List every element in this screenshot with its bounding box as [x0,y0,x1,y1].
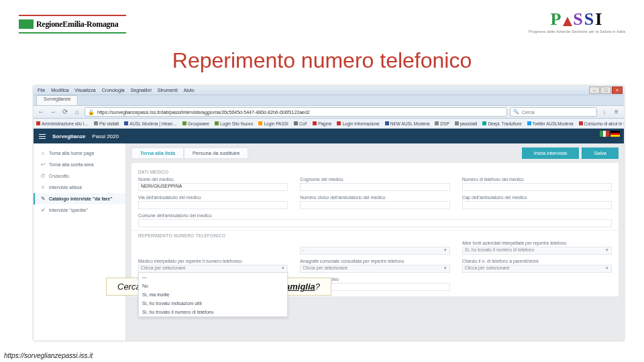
browser-toolbar: ← → ⟳ ⌂ 🔒 https://sorveglianzepassi.iss.… [34,106,624,119]
passi-subtitle: Progressi delle Aziende Sanitarie per la… [529,29,625,34]
menu-history[interactable]: Cronologia [102,88,125,93]
address-bar[interactable]: 🔒 https://sorveglianzepassi.iss.it/dati/… [85,107,507,117]
menu-edit[interactable]: Modifica [51,88,68,93]
flag-it-icon[interactable] [600,131,609,137]
bookmark-item[interactable]: Pagine [318,121,331,126]
browser-menubar: File Modifica Visualizza Cronologia Segn… [34,86,624,95]
sidebar-item-spedite[interactable]: ✔ Interviste "spedite" [34,204,125,216]
menu-tools[interactable]: Strumenti [158,88,178,93]
bookmark-item[interactable]: Consumo di alcol in It… [584,121,624,126]
anagrafe-select-dash[interactable]: - [300,247,449,255]
close-button[interactable]: × [612,86,623,94]
menu-view[interactable]: Visualizza [74,88,95,93]
bookmark-item[interactable]: Login Informazione [342,121,379,126]
option-si-utili[interactable]: Sì, ho trovato indicazioni utili [139,299,287,308]
downloads-icon[interactable]: ↓ [600,107,609,117]
footer-url: https://sorveglianzepassi.iss.it [4,352,93,359]
list-icon: ≡ [40,184,46,190]
dropdown-options: — No Sì, ma inutile Sì, ho trovato indic… [138,272,288,317]
bookmark-item[interactable]: DSP [440,121,449,126]
menu-help[interactable]: Aiuto [184,88,195,93]
section-heading-telefono: REPERIMENTO NUMERO TELEFONICO [138,233,612,238]
search-box[interactable]: 🔍 Cerca [510,107,597,117]
reload-icon[interactable]: ⟳ [60,107,70,117]
comune-input[interactable] [138,219,612,227]
substitute-button[interactable]: Persona da sostituire [184,147,248,159]
bookmark-item[interactable]: Twitter AUSLModena [533,121,574,126]
minimize-button[interactable]: – [589,86,600,94]
menu-bookmarks[interactable]: Segnalibri [131,88,152,93]
bookmark-item[interactable]: NEW AUSL Modena [390,121,430,126]
app-year: Passi 2020 [92,133,119,139]
sidebar-item-label: Torna alla home page [49,151,94,156]
slide-title: Reperimento numero telefonico [0,48,644,73]
check-icon: ✔ [40,207,46,213]
sidebar-item-label: Interviste "spedite" [49,208,88,213]
sidebar-item-label: Catalogo interviste "da fare" [49,196,113,201]
bookmark-item[interactable]: Amministrazione sito I… [42,121,89,126]
triangle-icon [563,17,572,26]
section-heading-medico: DATI MEDICO [138,170,612,174]
bookmark-item[interactable]: AUSL Modena | Intran… [129,121,176,126]
bookmark-icon [337,121,341,125]
bookmark-item[interactable]: Login PASSI [264,121,288,126]
sidebar-item-dafare[interactable]: ✎ Catalogo interviste "da fare" [34,193,125,204]
hamburger-icon[interactable] [39,133,46,140]
bookmark-icon [294,121,298,125]
bookmark-icon [313,121,317,125]
bookmark-item[interactable]: Login Sito Nuovo [220,121,254,126]
save-button[interactable]: Salva [582,147,619,159]
flag-de-icon[interactable] [610,131,620,137]
sidebar-item-home[interactable]: ⌂ Torna alla home page [34,147,125,159]
anagrafe-comunale-select[interactable]: Clicca per selezionare [300,265,449,273]
tel-medico-input[interactable] [462,183,612,191]
bookmark-icon [455,121,459,125]
bookmark-item[interactable]: Più visitati [99,121,119,126]
option-si-trovato[interactable]: Sì, ho trovato il numero di telefono [139,308,287,316]
bookmark-icon [435,121,439,125]
browser-tab[interactable]: Sorveglianze [36,95,78,105]
field-parenti: Chiesto il n. di telefono a parenti/vici… [462,259,612,273]
field-cognome-medico: Cognome del medico [300,177,449,191]
field-via: Via dell'ambulatorio del medico [138,195,288,209]
option-si-inutile[interactable]: Sì, ma inutile [139,290,287,299]
bookmark-item[interactable]: Groupware [188,121,209,126]
via-input[interactable] [138,201,288,209]
field-altre-fonti: Altre fonti aziendali interpellate per r… [462,241,612,255]
forward-icon[interactable]: → [48,107,58,117]
bookmark-icon [482,121,486,125]
bookmark-icon [124,121,128,125]
bookmark-item[interactable]: Deepl. Traduttore [488,121,521,126]
bookmark-item[interactable]: CoF [299,121,307,126]
passi-logo: PSSI Progressi delle Aziende Sanitarie p… [529,9,625,34]
sidebar-item-label: Torna alla scelta area [49,162,94,167]
back-to-list-button[interactable]: Torna alla lista [131,147,184,159]
bookmark-item[interactable]: passidati [460,121,478,126]
civico-input[interactable] [300,201,449,209]
sidebar-item-label: Interviste attese [49,185,82,190]
cap-input[interactable] [462,201,612,209]
field-nome-medico: Nome del medico NERI/GIUSEPPINA [138,177,288,191]
parenti-select[interactable]: Clicca per selezionare [462,265,612,273]
field-comune: Comune dell'ambulatorio del medico [138,213,612,227]
option-no[interactable]: No [139,282,287,290]
sidebar-item-cruscotto[interactable]: ⏱ Cruscotto [34,170,125,182]
altre-fonti-select[interactable]: Sì, ho trovato il numero di telefono [462,247,612,255]
nome-medico-input[interactable]: NERI/GIUSEPPINA [138,183,288,191]
region-flag-icon [19,19,34,29]
bookmark-icon [215,121,219,125]
option-empty[interactable]: — [139,273,287,282]
edit-icon: ✎ [40,196,46,202]
callout-post: ? [315,282,320,292]
home-icon[interactable]: ⌂ [72,107,82,117]
sidebar-item-attese[interactable]: ≡ Interviste attese [34,182,125,193]
cognome-medico-input[interactable] [300,183,449,191]
menu-icon[interactable]: ≡ [612,107,621,117]
menu-file[interactable]: File [38,88,45,93]
field-anagrafe-assistiti-2: - [300,241,449,255]
field-medico-interpellato: Medico interpellato per reperire il nume… [138,259,288,273]
start-interview-button[interactable]: Inizia intervista [522,147,580,159]
maximize-button[interactable]: □ [600,86,611,94]
back-icon[interactable]: ← [36,107,46,117]
sidebar-item-area[interactable]: ↩ Torna alla scelta area [34,159,125,170]
